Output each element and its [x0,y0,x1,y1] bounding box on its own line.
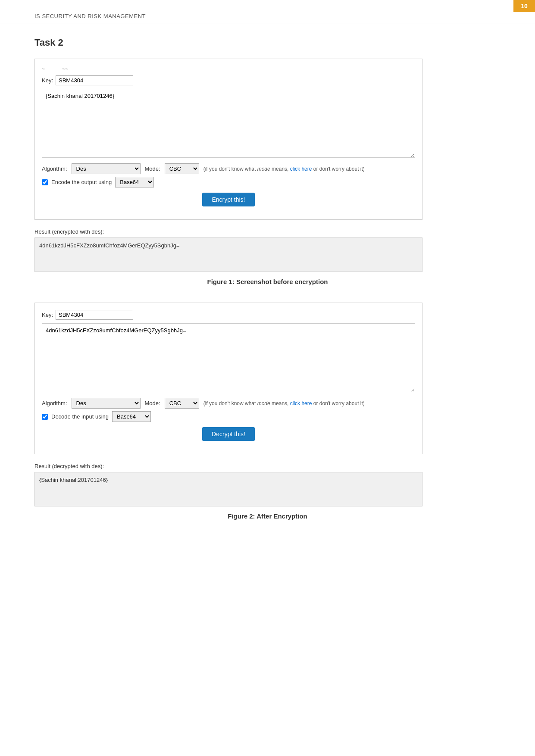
decrypt-section: Key: 4dn61kzdJH5cFXZzo8umfChfoz4MGerEQZy… [34,303,501,520]
decrypt-textarea[interactable]: 4dn61kzdJH5cFXZzo8umfChfoz4MGerEQZyy5Sgb… [42,323,415,392]
figure2-caption: Figure 2: After Encryption [34,512,501,520]
encrypt-encode-row: Encode the output using Base64 Hex [42,177,415,187]
encrypt-encode-select[interactable]: Base64 Hex [115,177,154,187]
decrypt-button[interactable]: Decrypt this! [202,427,255,441]
decrypt-key-row: Key: [42,310,415,320]
encrypt-textarea[interactable]: {Sachin khanal 201701246} [42,89,415,158]
decrypt-result-area: {Sachin khanal:201701246} [34,472,422,506]
encrypt-algo-label: Algorithm: [42,166,67,172]
decrypt-algo-label: Algorithm: [42,400,67,406]
decrypt-algo-select[interactable]: Des AES 3DES [72,398,141,409]
encrypt-encode-checkbox[interactable] [42,179,48,185]
encrypt-widget: ~ ~~ Key: {Sachin khanal 201701246} Algo… [34,59,422,220]
encrypt-key-input[interactable] [56,75,133,85]
decrypt-result-label: Result (decrypted with des): [34,463,501,469]
decrypt-key-input[interactable] [56,310,133,320]
decrypt-mode-label: Mode: [145,400,160,406]
widget-top-bar: ~ ~~ [42,66,415,72]
decrypt-mode-hint-link[interactable]: click here [290,400,312,406]
encrypt-mode-hint: (if you don't know what mode means, clic… [203,166,365,172]
encrypt-algo-row: Algorithm: Des AES 3DES Mode: CBC ECB CF… [42,163,415,174]
decrypt-widget: Key: 4dn61kzdJH5cFXZzo8umfChfoz4MGerEQZy… [34,303,422,454]
encrypt-result-label: Result (encrypted with des): [34,228,501,235]
decrypt-decode-row: Decode the input using Base64 Hex [42,411,415,422]
encrypt-mode-label: Mode: [145,166,160,172]
decrypt-decode-select[interactable]: Base64 Hex [112,411,151,422]
decrypt-key-label: Key: [42,312,53,318]
decrypt-mode-hint: (if you don't know what mode means, clic… [203,400,365,406]
decrypt-algo-row: Algorithm: Des AES 3DES Mode: CBC ECB CF… [42,398,415,409]
figure1-caption: Figure 1: Screenshot before encryption [34,278,501,285]
task-title: Task 2 [34,37,501,48]
encrypt-result-area: 4dn61kzdJH5cFXZzo8umfChfoz4MGerEQZyy5Sgb… [34,237,422,272]
main-content: Task 2 ~ ~~ Key: {Sachin khanal 20170124… [0,37,535,520]
encrypt-algo-select[interactable]: Des AES 3DES [72,163,141,174]
encrypt-action-row: Encrypt this! [42,193,415,206]
encrypt-button[interactable]: Encrypt this! [202,193,254,206]
top-bar-left: ~ [42,66,45,72]
header-title: IS SECURITY AND RISK MANAGEMENT [34,13,146,19]
page-header: IS SECURITY AND RISK MANAGEMENT [0,0,535,24]
encrypt-mode-hint-link[interactable]: click here [290,166,312,172]
encrypt-encode-label: Encode the output using [51,179,112,185]
key-label: Key: [42,77,53,84]
page-number: 10 [513,0,535,12]
top-bar-right: ~~ [62,66,68,72]
decrypt-decode-label: Decode the input using [51,413,109,420]
decrypt-mode-select[interactable]: CBC ECB CFB [165,398,199,409]
key-row: Key: [42,75,415,85]
decrypt-decode-checkbox[interactable] [42,414,48,420]
decrypt-action-row: Decrypt this! [42,427,415,441]
encrypt-mode-select[interactable]: CBC ECB CFB [165,163,199,174]
